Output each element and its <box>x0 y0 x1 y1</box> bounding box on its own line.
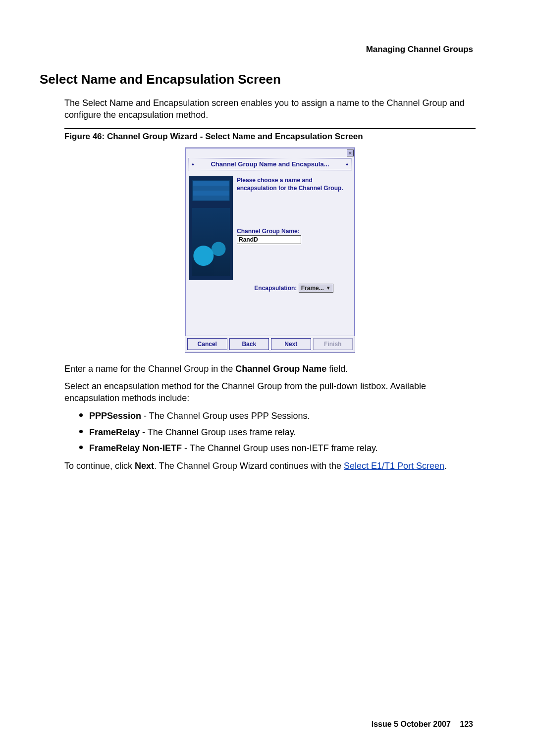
list-desc: - The Channel Group uses frame relay. <box>140 427 296 437</box>
list-term: FrameRelay Non-IETF <box>89 443 182 453</box>
list-desc: - The Channel Group uses non-IETF frame … <box>182 443 378 453</box>
figure-rule <box>64 128 476 129</box>
channel-group-name-bold: Channel Group Name <box>235 364 326 374</box>
footer-issue: Issue 5 October 2007 <box>372 720 451 728</box>
wizard-instruction: Please choose a name and encapsulation f… <box>237 176 351 192</box>
section-title: Select Name and Encapsulation Screen <box>40 72 476 87</box>
list-term: FrameRelay <box>89 427 140 437</box>
text-fragment: field. <box>326 364 348 374</box>
select-encap-paragraph: Select an encapsulation method for the C… <box>64 380 476 404</box>
wizard-title-dot-left: • <box>192 160 194 169</box>
page-footer: Issue 5 October 2007 123 <box>372 720 473 729</box>
list-item: PPPSession - The Channel Group uses PPP … <box>79 410 476 422</box>
finish-button: Finish <box>313 338 353 350</box>
list-item: FrameRelay Non-IETF - The Channel Group … <box>79 442 476 454</box>
page-header-section: Managing Channel Groups <box>366 45 473 54</box>
wizard-screenshot: × • Channel Group Name and Encapsula... … <box>185 148 355 353</box>
encapsulation-list: PPPSession - The Channel Group uses PPP … <box>64 410 476 454</box>
select-e1t1-port-screen-link[interactable]: Select E1/T1 Port Screen <box>344 461 444 471</box>
encapsulation-value: Frame... <box>301 284 324 292</box>
wizard-title-text: Channel Group Name and Encapsula... <box>211 160 329 169</box>
enter-name-paragraph: Enter a name for the Channel Group in th… <box>64 363 476 375</box>
continue-paragraph: To continue, click Next. The Channel Gro… <box>64 460 476 472</box>
figure-caption: Figure 46: Channel Group Wizard - Select… <box>64 131 476 143</box>
intro-paragraph: The Select Name and Encapsulation screen… <box>64 97 476 121</box>
chevron-down-icon: ▼ <box>326 285 331 292</box>
list-term: PPPSession <box>89 411 141 421</box>
text-fragment: . <box>444 461 447 471</box>
wizard-title-bar: • Channel Group Name and Encapsula... • <box>188 158 352 171</box>
close-icon[interactable]: × <box>347 150 354 156</box>
footer-page-number: 123 <box>460 720 473 728</box>
back-button[interactable]: Back <box>229 338 269 350</box>
wizard-illustration <box>189 176 233 280</box>
channel-group-name-label: Channel Group Name: <box>237 227 351 235</box>
channel-group-name-field[interactable] <box>237 235 301 244</box>
text-fragment: . The Channel Group Wizard continues wit… <box>154 461 344 471</box>
text-fragment: To continue, click <box>64 461 135 471</box>
encapsulation-label: Encapsulation: <box>254 285 297 292</box>
cancel-button[interactable]: Cancel <box>187 338 227 350</box>
next-bold: Next <box>135 461 154 471</box>
list-item: FrameRelay - The Channel Group uses fram… <box>79 426 476 438</box>
next-button[interactable]: Next <box>271 338 311 350</box>
text-fragment: Enter a name for the Channel Group in th… <box>64 364 235 374</box>
list-desc: - The Channel Group uses PPP Sessions. <box>141 411 310 421</box>
encapsulation-select[interactable]: Frame... ▼ <box>299 284 333 293</box>
wizard-title-dot-right: • <box>346 160 348 169</box>
